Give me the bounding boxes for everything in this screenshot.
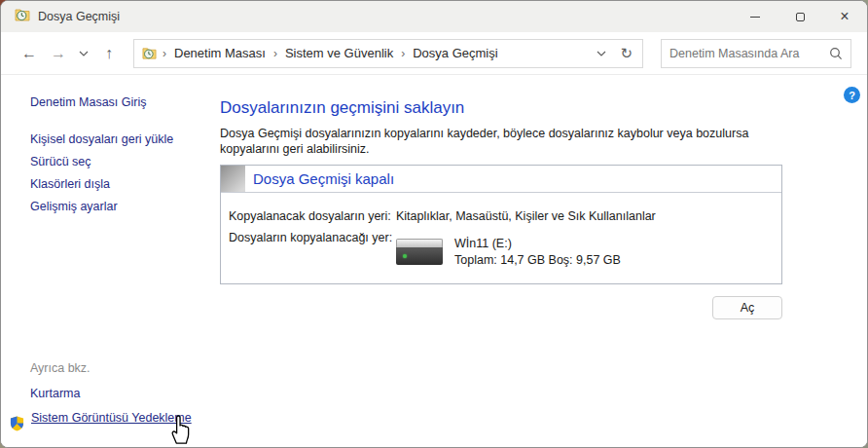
turn-on-button[interactable]: Aç — [712, 296, 782, 319]
breadcrumb-separator: › — [271, 47, 279, 60]
file-history-window: Dosya Geçmişi × ← → ↑ › — [0, 0, 868, 448]
file-history-icon — [15, 7, 30, 26]
see-also-header: Ayrıca bkz. — [30, 361, 192, 375]
drive-capacity: Toplam: 14,7 GB Boş: 9,57 GB — [454, 252, 621, 270]
sidebar-item-restore-personal-files[interactable]: Kişisel dosyaları geri yükle — [30, 133, 220, 146]
status-body: Kopyalanacak dosyaların yeri: Kitaplıkla… — [221, 193, 781, 283]
address-bar[interactable]: › Denetim Masası › Sistem ve Güvenlik › … — [133, 39, 643, 68]
minimize-button[interactable] — [733, 1, 778, 32]
copy-to-value: Wİn11 (E:) Toplam: 14,7 GB Boş: 9,57 GB — [396, 231, 774, 270]
minimize-icon — [750, 17, 760, 18]
page-description: Dosya Geçmişi dosyalarınızın kopyalarını… — [220, 127, 780, 158]
status-title: Dosya Geçmişi kapalı — [253, 170, 394, 187]
content-area: Denetim Masası Giriş Kişisel dosyaları g… — [1, 75, 867, 447]
copy-from-value: Kitaplıklar, Masaüstü, Kişiler ve Sık Ku… — [396, 209, 774, 223]
drive-led-icon — [403, 254, 407, 258]
titlebar: Dosya Geçmişi × — [1, 1, 867, 32]
up-button[interactable]: ↑ — [96, 41, 122, 66]
sidebar-item-select-drive[interactable]: Sürücü seç — [30, 156, 220, 168]
sidebar-item-recovery[interactable]: Kurtarma — [30, 387, 192, 400]
button-row: Aç — [220, 296, 782, 319]
sidebar-item-advanced-settings[interactable]: Gelişmiş ayarlar — [30, 201, 220, 213]
file-history-status-box: Dosya Geçmişi kapalı Kopyalanacak dosyal… — [220, 165, 782, 284]
breadcrumb-separator: › — [399, 47, 407, 60]
titlebar-left: Dosya Geçmişi — [1, 7, 120, 26]
sidebar-item-system-image-backup[interactable]: Sistem Görüntüsü Yedekleme — [31, 411, 192, 425]
close-button[interactable]: × — [822, 1, 867, 32]
help-button[interactable]: ? — [844, 87, 860, 103]
page-title: Dosyalarınızın geçmişini saklayın — [220, 98, 782, 118]
navigation-bar: ← → ↑ › Denetim Masası › Sistem ve Güven… — [1, 32, 867, 75]
breadcrumb-separator: › — [161, 47, 168, 60]
search-icon[interactable] — [829, 47, 843, 60]
window-title: Dosya Geçmişi — [38, 10, 120, 23]
forward-button[interactable]: → — [46, 41, 71, 66]
refresh-button[interactable]: ↻ — [620, 45, 633, 62]
address-dropdown-button[interactable] — [597, 51, 606, 56]
copy-from-label: Kopyalanacak dosyaların yeri: — [229, 209, 396, 223]
back-button[interactable]: ← — [17, 41, 42, 66]
breadcrumb-file-history[interactable]: Dosya Geçmişi — [409, 44, 501, 62]
maximize-icon — [796, 13, 805, 21]
address-file-history-icon — [142, 46, 157, 60]
chevron-down-icon — [79, 51, 89, 56]
search-input[interactable] — [669, 47, 829, 60]
system-image-backup-row[interactable]: Sistem Görüntüsü Yedekleme — [10, 411, 192, 435]
status-glyph-icon — [221, 166, 245, 192]
address-bar-tools: ↻ — [597, 45, 636, 62]
sidebar-item-control-panel-home[interactable]: Denetim Masası Giriş — [30, 95, 220, 109]
task-pane: Denetim Masası Giriş Kişisel dosyaları g… — [1, 75, 220, 447]
target-drive: Wİn11 (E:) Toplam: 14,7 GB Boş: 9,57 GB — [396, 236, 774, 270]
see-also-section: Ayrıca bkz. Kurtarma Sistem Görüntüsü Ye… — [30, 361, 192, 435]
close-icon: × — [840, 9, 849, 24]
status-header: Dosya Geçmişi kapalı — [221, 166, 781, 193]
drive-name: Wİn11 (E:) — [454, 236, 621, 253]
sidebar-task-links: Kişisel dosyaları geri yükle Sürücü seç … — [30, 133, 220, 213]
copy-to-label: Dosyaların kopyalanacağı yer: — [229, 231, 396, 270]
main-panel: Dosyalarınızın geçmişini saklayın Dosya … — [220, 75, 782, 319]
search-box — [661, 39, 851, 68]
recent-locations-button[interactable] — [75, 51, 92, 56]
window-controls: × — [733, 1, 867, 32]
breadcrumb: › Denetim Masası › Sistem ve Güvenlik › … — [161, 44, 597, 62]
breadcrumb-control-panel[interactable]: Denetim Masası — [170, 44, 270, 62]
uac-shield-icon — [10, 416, 24, 431]
hard-drive-icon — [396, 239, 443, 265]
chevron-down-icon — [597, 51, 606, 56]
maximize-button[interactable] — [778, 1, 822, 32]
sidebar-item-exclude-folders[interactable]: Klasörleri dışla — [30, 178, 220, 191]
breadcrumb-system-security[interactable]: Sistem ve Güvenlik — [281, 44, 397, 62]
